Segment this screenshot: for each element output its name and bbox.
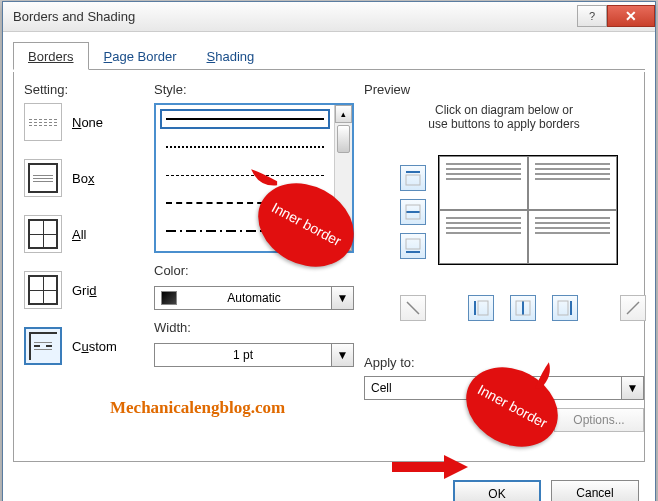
window-title: Borders and Shading <box>13 9 577 24</box>
all-icon <box>24 215 62 253</box>
preview-diagram[interactable] <box>438 155 618 265</box>
none-icon <box>24 103 62 141</box>
style-dotted[interactable] <box>162 139 328 155</box>
style-label: Style: <box>154 82 354 97</box>
setting-column: Setting: None Box <box>24 82 144 451</box>
border-inner-v-icon <box>515 300 531 316</box>
custom-icon <box>24 327 62 365</box>
chevron-down-icon: ▼ <box>621 377 643 399</box>
border-top-button[interactable] <box>400 165 426 191</box>
setting-all[interactable]: All <box>24 215 144 253</box>
scroll-thumb[interactable] <box>337 125 350 153</box>
grid-icon <box>24 271 62 309</box>
border-left-button[interactable] <box>468 295 494 321</box>
style-dashed-fine[interactable] <box>162 167 328 183</box>
svg-line-6 <box>407 302 419 314</box>
svg-rect-12 <box>558 301 568 315</box>
svg-rect-11 <box>570 301 572 315</box>
svg-rect-5 <box>406 239 420 249</box>
svg-rect-7 <box>474 301 476 315</box>
tab-page-border[interactable]: Page Border <box>89 42 192 69</box>
help-icon[interactable]: ? <box>577 5 607 27</box>
chevron-down-icon: ▼ <box>331 287 353 309</box>
preview-label: Preview <box>364 82 644 97</box>
border-right-button[interactable] <box>552 295 578 321</box>
style-solid[interactable] <box>162 111 328 127</box>
tab-shading[interactable]: Shading <box>192 42 270 69</box>
preview-column: Preview Click on diagram below or use bu… <box>364 82 644 451</box>
titlebar: Borders and Shading ? ✕ <box>3 2 655 32</box>
color-dropdown[interactable]: Automatic ▼ <box>154 286 354 310</box>
border-right-icon <box>557 300 573 316</box>
diag-down-icon <box>405 300 421 316</box>
style-column: Style: ▴ ▾ Col <box>154 82 354 451</box>
setting-none[interactable]: None <box>24 103 144 141</box>
style-listbox[interactable]: ▴ ▾ <box>154 103 354 253</box>
border-top-icon <box>405 170 421 186</box>
svg-rect-4 <box>406 251 420 253</box>
border-inner-h-icon <box>405 204 421 220</box>
border-bottom-icon <box>405 238 421 254</box>
scroll-up-icon[interactable]: ▴ <box>335 105 352 123</box>
setting-grid[interactable]: Grid <box>24 271 144 309</box>
setting-label: Setting: <box>24 82 144 97</box>
svg-rect-2 <box>406 211 420 213</box>
svg-rect-1 <box>406 175 420 185</box>
border-inner-h-button[interactable] <box>400 199 426 225</box>
style-dash-dot[interactable] <box>162 223 328 239</box>
apply-to-dropdown[interactable]: Cell ▼ <box>364 376 644 400</box>
close-icon[interactable]: ✕ <box>607 5 655 27</box>
setting-custom[interactable]: Custom <box>24 327 144 365</box>
color-value: Automatic <box>177 291 331 305</box>
border-diag-up-button[interactable] <box>620 295 646 321</box>
svg-line-13 <box>627 302 639 314</box>
width-label: Width: <box>154 320 354 335</box>
color-swatch-icon <box>161 291 177 305</box>
borders-shading-dialog: Borders and Shading ? ✕ Borders Page Bor… <box>2 1 656 501</box>
cancel-button[interactable]: Cancel <box>551 480 639 501</box>
width-value: 1 pt <box>155 348 331 362</box>
width-dropdown[interactable]: 1 pt ▼ <box>154 343 354 367</box>
setting-box[interactable]: Box <box>24 159 144 197</box>
ok-button[interactable]: OK <box>453 480 541 501</box>
style-scrollbar[interactable]: ▴ ▾ <box>334 105 352 251</box>
svg-rect-9 <box>522 301 524 315</box>
apply-to-label: Apply to: <box>364 355 644 370</box>
style-dashed[interactable] <box>162 195 328 211</box>
border-left-icon <box>473 300 489 316</box>
border-diag-down-button[interactable] <box>400 295 426 321</box>
tab-strip: Borders Page Border Shading <box>13 42 645 70</box>
svg-rect-0 <box>406 171 420 173</box>
border-inner-v-button[interactable] <box>510 295 536 321</box>
svg-rect-8 <box>478 301 488 315</box>
tab-borders[interactable]: Borders <box>13 42 89 70</box>
chevron-down-icon: ▼ <box>331 344 353 366</box>
border-bottom-button[interactable] <box>400 233 426 259</box>
diag-up-icon <box>625 300 641 316</box>
scroll-down-icon[interactable]: ▾ <box>335 233 352 251</box>
preview-hint: Click on diagram below or use buttons to… <box>364 103 644 131</box>
options-button: Options... <box>554 408 644 432</box>
color-label: Color: <box>154 263 354 278</box>
box-icon <box>24 159 62 197</box>
apply-to-value: Cell <box>365 381 621 395</box>
